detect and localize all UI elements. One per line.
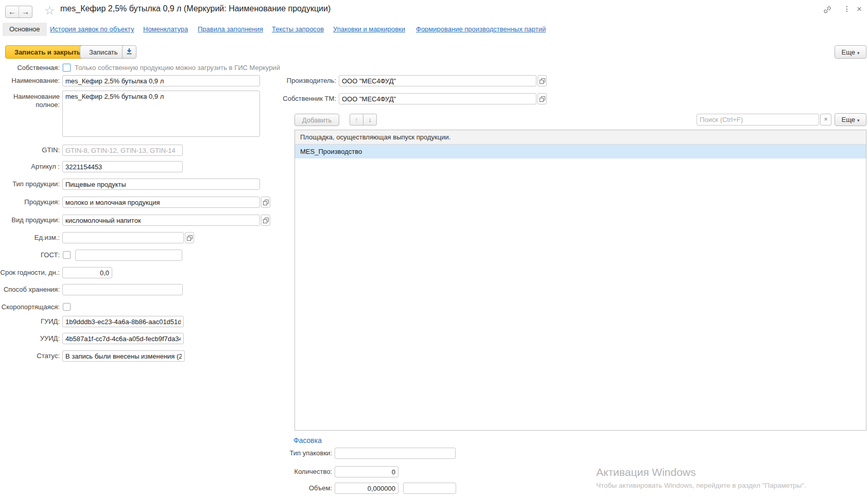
quantity-input[interactable] — [335, 466, 398, 477]
chevron-down-icon: ▾ — [857, 50, 860, 56]
gtin-label: GTIN: — [0, 145, 60, 156]
tab-fill-rules[interactable]: Правила заполнения — [198, 23, 263, 36]
sites-table: Площадка, осуществляющая выпуск продукци… — [294, 130, 866, 431]
windows-activation-subtitle: Чтобы активировать Windows, перейдите в … — [596, 482, 806, 489]
product-kind-open-button[interactable] — [261, 215, 270, 226]
move-row-buttons: ↑ ↓ — [350, 114, 377, 126]
sites-table-header[interactable]: Площадка, осуществляющая выпуск продукци… — [295, 130, 866, 145]
full-name-textarea[interactable]: mes_Кефир 2,5% бутылка 0,9 л — [62, 91, 260, 137]
back-icon: ← — [8, 7, 16, 16]
uuid-input[interactable] — [62, 333, 184, 344]
product-type-label: Тип продукции: — [0, 179, 60, 190]
own-hint: Только собственную продукцию можно загру… — [75, 62, 280, 74]
product-input[interactable] — [62, 197, 260, 208]
uuid-label: УУИД: — [0, 333, 60, 344]
own-label: Собственная: — [0, 62, 60, 74]
get-link-button[interactable] — [823, 5, 832, 14]
forward-icon: → — [22, 7, 29, 16]
perishable-label: Скоропортящаяся: — [0, 301, 60, 313]
product-label: Продукция: — [0, 197, 60, 208]
clear-icon: × — [824, 116, 827, 123]
load-to-mercury-button[interactable] — [122, 45, 136, 59]
form-more-label: Еще — [842, 48, 855, 56]
unit-label: Ед.изм.: — [0, 232, 60, 243]
back-button[interactable]: ← — [5, 6, 19, 18]
table-row[interactable]: MES_Производство — [295, 145, 866, 158]
link-icon — [823, 5, 832, 14]
tm-owner-label: Собственник ТМ: — [276, 93, 336, 104]
close-window-button[interactable]: × — [857, 4, 862, 14]
gtin-input[interactable] — [62, 145, 183, 156]
tab-main[interactable]: Основное — [3, 23, 47, 36]
tab-request-texts[interactable]: Тексты запросов — [272, 23, 324, 36]
product-card-window: ← → ☆ mes_Кефир 2,5% бутылка 0,9 л (Мерк… — [0, 0, 868, 497]
kebab-icon: ⋮ — [843, 5, 850, 13]
product-type-input[interactable] — [62, 179, 260, 190]
storage-input[interactable] — [62, 284, 183, 295]
article-label: Артикул : — [0, 161, 60, 172]
save-button[interactable]: Записать — [80, 45, 127, 59]
sites-more-button[interactable]: Еще▾ — [835, 113, 866, 126]
article-input[interactable] — [62, 161, 183, 172]
tab-packaging-marking[interactable]: Упаковки и маркировки — [333, 23, 405, 36]
name-label: Наименование: — [0, 75, 60, 86]
chevron-down-icon: ▾ — [857, 118, 860, 123]
favorite-star-icon[interactable]: ☆ — [44, 4, 55, 17]
more-menu-button[interactable]: ⋮ — [843, 5, 850, 13]
perishable-checkbox[interactable] — [63, 303, 71, 311]
gost-checkbox[interactable] — [63, 251, 71, 259]
tm-owner-open-button[interactable] — [537, 93, 547, 104]
open-icon — [263, 218, 269, 223]
volume-label: Объем: — [272, 483, 332, 494]
producer-label: Производитель: — [276, 75, 336, 86]
status-input[interactable] — [62, 350, 185, 362]
save-and-close-button[interactable]: Записать и закрыть — [5, 45, 90, 59]
tab-bar: Основное История заявок по объекту Номен… — [0, 23, 868, 36]
download-icon — [125, 47, 133, 56]
packing-type-input[interactable] — [335, 448, 456, 459]
clear-search-button[interactable]: × — [820, 114, 831, 126]
product-kind-input[interactable] — [62, 215, 260, 226]
unit-input[interactable] — [62, 232, 184, 243]
search-input[interactable] — [697, 114, 819, 126]
packing-section-link[interactable]: Фасовка — [293, 436, 322, 445]
packing-type-label: Тип упаковки: — [272, 448, 332, 459]
close-icon: × — [857, 4, 862, 14]
arrow-down-icon: ↓ — [368, 116, 372, 123]
volume-unit-input[interactable] — [403, 483, 456, 494]
form-more-button[interactable]: Еще▾ — [835, 45, 866, 59]
page-title: mes_Кефир 2,5% бутылка 0,9 л (Меркурий: … — [60, 4, 331, 13]
volume-input[interactable] — [335, 483, 398, 494]
product-open-button[interactable] — [261, 197, 270, 208]
producer-input[interactable] — [339, 75, 536, 86]
windows-activation-title: Активация Windows — [596, 466, 696, 478]
producer-open-button[interactable] — [537, 75, 547, 86]
move-down-button[interactable]: ↓ — [363, 114, 377, 126]
guid-label: ГУИД: — [0, 316, 60, 327]
forward-button[interactable]: → — [19, 6, 32, 18]
tab-production-batches[interactable]: Формирование производственных партий — [416, 23, 546, 36]
gost-input[interactable] — [75, 250, 182, 261]
product-kind-label: Вид продукции: — [0, 215, 60, 226]
full-name-label: Наименование полное: — [0, 93, 60, 109]
quantity-label: Количество: — [272, 466, 332, 477]
add-site-button[interactable]: Добавить — [294, 114, 339, 126]
tab-request-history[interactable]: История заявок по объекту — [50, 23, 134, 36]
open-icon — [540, 78, 545, 84]
sites-more-label: Еще — [842, 116, 855, 123]
open-icon — [540, 96, 545, 102]
open-icon — [263, 200, 269, 205]
tab-nomenclature[interactable]: Номенклатура — [143, 23, 188, 36]
tm-owner-input[interactable] — [339, 93, 536, 104]
name-input[interactable] — [62, 75, 260, 86]
move-up-button[interactable]: ↑ — [350, 114, 363, 126]
unit-open-button[interactable] — [185, 232, 194, 243]
shelf-life-input[interactable] — [62, 267, 112, 278]
storage-label: Способ хранения: — [0, 284, 60, 295]
gost-label: ГОСТ: — [0, 250, 60, 261]
status-label: Статус: — [0, 350, 60, 362]
arrow-up-icon: ↑ — [355, 116, 358, 123]
own-checkbox[interactable] — [63, 64, 71, 72]
open-icon — [187, 235, 193, 241]
guid-input[interactable] — [62, 316, 184, 327]
